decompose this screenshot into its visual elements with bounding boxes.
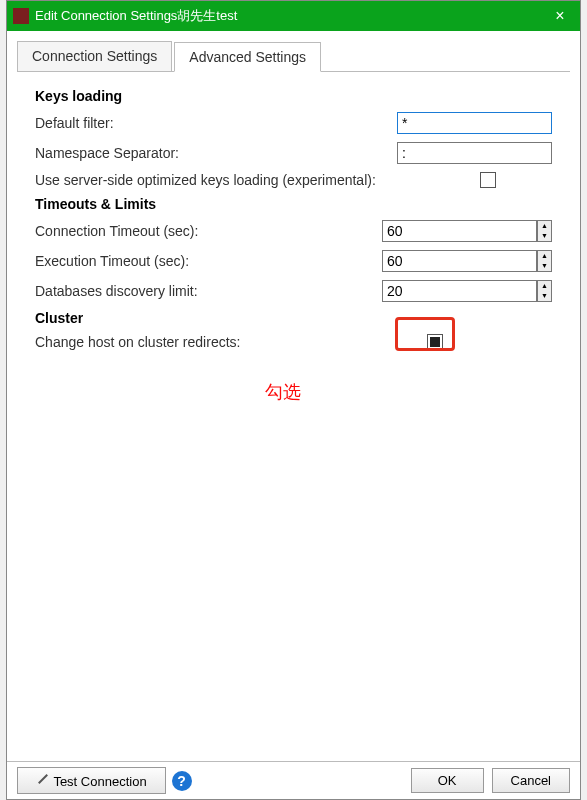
test-connection-label: Test Connection — [53, 774, 146, 789]
app-icon — [13, 8, 29, 24]
cancel-button[interactable]: Cancel — [492, 768, 570, 793]
spinner-connection-timeout[interactable]: ▲▼ — [537, 220, 552, 242]
chevron-down-icon[interactable]: ▼ — [538, 291, 551, 301]
wand-icon — [36, 772, 50, 786]
label-namespace-separator: Namespace Separator: — [35, 145, 397, 161]
tab-advanced-settings[interactable]: Advanced Settings — [174, 42, 321, 72]
label-execution-timeout: Execution Timeout (sec): — [35, 253, 382, 269]
input-db-discovery-limit[interactable] — [382, 280, 537, 302]
annotation-text: 勾选 — [265, 380, 301, 404]
input-default-filter[interactable] — [397, 112, 552, 134]
chevron-up-icon[interactable]: ▲ — [538, 251, 551, 261]
section-cluster: Cluster — [35, 310, 552, 326]
help-icon[interactable]: ? — [172, 771, 192, 791]
tab-connection-settings[interactable]: Connection Settings — [17, 41, 172, 71]
dialog-window: Edit Connection Settings胡先生test × Connec… — [6, 0, 581, 800]
test-connection-button[interactable]: Test Connection — [17, 767, 166, 794]
section-keys-loading: Keys loading — [35, 88, 552, 104]
checkbox-change-host[interactable] — [427, 334, 443, 350]
section-timeouts-limits: Timeouts & Limits — [35, 196, 552, 212]
titlebar: Edit Connection Settings胡先生test × — [7, 1, 580, 31]
close-button[interactable]: × — [540, 1, 580, 31]
chevron-down-icon[interactable]: ▼ — [538, 231, 551, 241]
ok-button[interactable]: OK — [411, 768, 484, 793]
checkbox-server-side-loading[interactable] — [480, 172, 496, 188]
spinner-db-discovery[interactable]: ▲▼ — [537, 280, 552, 302]
input-connection-timeout[interactable] — [382, 220, 537, 242]
label-server-side-loading: Use server-side optimized keys loading (… — [35, 172, 480, 188]
input-execution-timeout[interactable] — [382, 250, 537, 272]
chevron-down-icon[interactable]: ▼ — [538, 261, 551, 271]
label-default-filter: Default filter: — [35, 115, 397, 131]
chevron-up-icon[interactable]: ▲ — [538, 281, 551, 291]
spinner-execution-timeout[interactable]: ▲▼ — [537, 250, 552, 272]
window-title: Edit Connection Settings胡先生test — [35, 7, 540, 25]
label-db-discovery-limit: Databases discovery limit: — [35, 283, 382, 299]
dialog-footer: Test Connection ? OK Cancel — [7, 761, 580, 799]
tab-content: Keys loading Default filter: Namespace S… — [17, 72, 570, 774]
tabs: Connection Settings Advanced Settings — [17, 41, 570, 72]
tabs-container: Connection Settings Advanced Settings Ke… — [7, 31, 580, 774]
chevron-up-icon[interactable]: ▲ — [538, 221, 551, 231]
label-change-host: Change host on cluster redirects: — [35, 334, 405, 350]
input-namespace-separator[interactable] — [397, 142, 552, 164]
label-connection-timeout: Connection Timeout (sec): — [35, 223, 382, 239]
